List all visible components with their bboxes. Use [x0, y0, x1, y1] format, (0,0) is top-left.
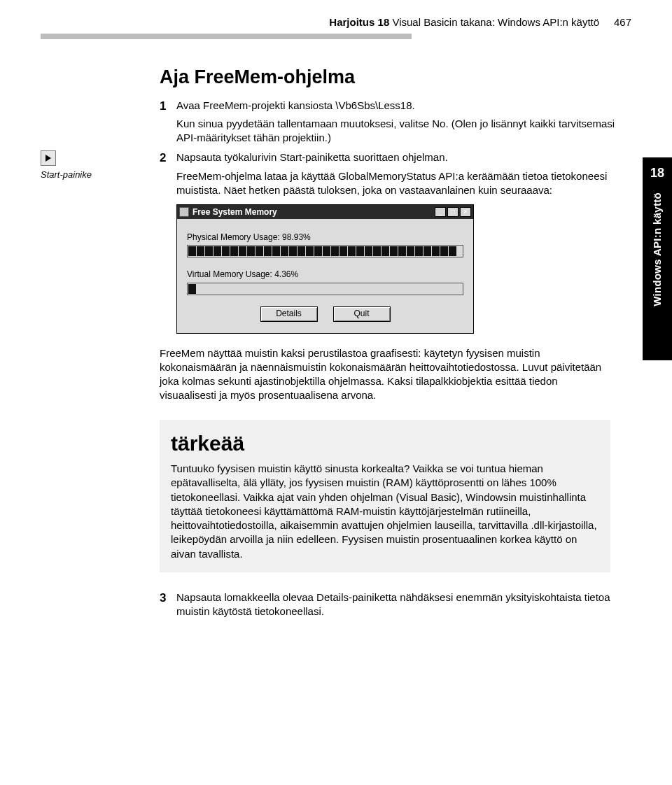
close-button[interactable]: × [460, 207, 471, 217]
gutter-caption: Start-painike [41, 169, 92, 181]
chapter-label: Windows API:n käyttö [650, 192, 664, 306]
maximize-button[interactable]: □ [447, 207, 458, 217]
step-text-cont: FreeMem-ohjelma lataa ja käyttää GlobalM… [176, 169, 631, 198]
quit-button[interactable]: Quit [333, 306, 391, 322]
chapter-number: 18 [650, 164, 664, 181]
freemem-window: Free System Memory _ □ × Physical Memory… [176, 204, 474, 333]
header-rule [41, 34, 412, 39]
step-text: Napsauta työkalurivin Start-painiketta s… [176, 150, 631, 164]
important-box: tärkeää Tuntuuko fyysisen muistin käyttö… [160, 420, 610, 572]
step-3: 3 Napsauta lomakkeella olevaa Details-pa… [41, 590, 631, 619]
app-icon [179, 207, 189, 217]
step-number: 2 [160, 150, 176, 197]
step-text: Napsauta lomakkeella olevaa Details-pain… [176, 590, 631, 619]
header-prefix: Harjoitus 18 [329, 16, 389, 28]
step-number: 1 [160, 99, 176, 146]
svg-marker-0 [46, 155, 51, 162]
virtual-memory-meter [187, 283, 463, 295]
important-text: Tuntuuko fyysisen muistin käyttö sinusta… [171, 462, 599, 561]
step-number: 3 [160, 590, 176, 619]
physical-memory-meter [187, 245, 463, 257]
step-text-cont: Kun sinua pyydetään tallentamaan muutoks… [176, 117, 631, 146]
physical-memory-label: Physical Memory Usage: 98.93% [187, 232, 463, 243]
section-title: Aja FreeMem-ohjelma [160, 64, 631, 90]
step-1: 1 Avaa FreeMem-projekti kansiosta \Vb6Sb… [41, 99, 631, 146]
chapter-side-tab: 18 Windows API:n käyttö [643, 157, 672, 360]
step-2: Start-painike 2 Napsauta työkalurivin St… [41, 150, 631, 197]
minimize-button[interactable]: _ [435, 207, 446, 217]
start-button-icon [41, 150, 56, 166]
titlebar[interactable]: Free System Memory _ □ × [177, 205, 473, 219]
explanation-paragraph: FreeMem näyttää muistin kaksi perustilas… [160, 346, 610, 403]
page-number: 467 [614, 16, 631, 28]
window-title: Free System Memory [192, 206, 433, 218]
step-text: Avaa FreeMem-projekti kansiosta \Vb6Sbs\… [176, 99, 631, 113]
important-heading: tärkeää [171, 430, 599, 458]
running-header: Harjoitus 18 Visual Basicin takana: Wind… [41, 15, 631, 29]
header-title: Visual Basicin takana: Windows API:n käy… [392, 16, 599, 28]
virtual-memory-label: Virtual Memory Usage: 4.36% [187, 269, 463, 280]
details-button[interactable]: Details [260, 306, 318, 322]
